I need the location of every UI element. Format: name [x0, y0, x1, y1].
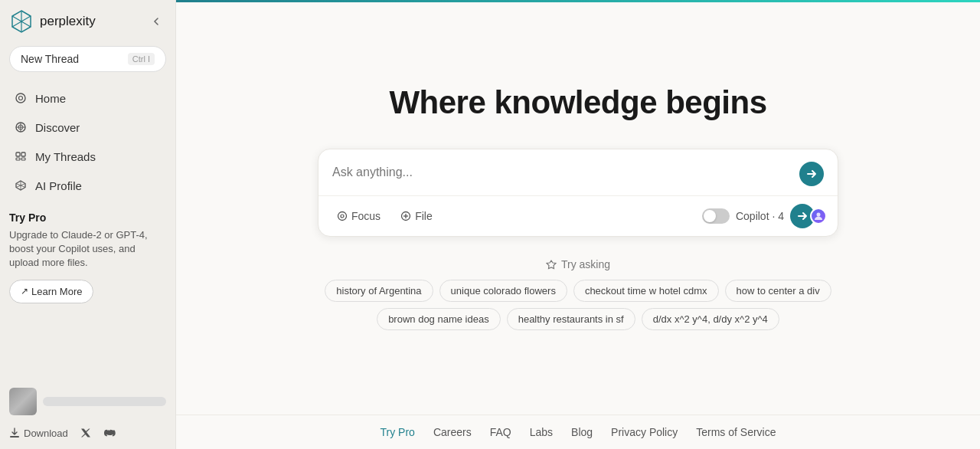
avatar-image [9, 388, 37, 415]
sidebar-item-ai-profile[interactable]: AI Profile [6, 172, 169, 199]
svg-point-0 [16, 93, 25, 103]
search-input-area [318, 149, 838, 195]
svg-rect-8 [16, 158, 20, 160]
svg-rect-10 [10, 436, 19, 438]
footer-try-pro-link[interactable]: Try Pro [381, 426, 415, 438]
svg-point-13 [338, 212, 347, 221]
suggestion-chip-0[interactable]: history of Argentina [325, 280, 433, 302]
svg-rect-7 [21, 152, 25, 156]
suggestion-chip-3[interactable]: how to center a div [725, 280, 831, 302]
footer-terms-link[interactable]: Terms of Service [696, 426, 776, 438]
svg-point-11 [107, 432, 109, 434]
new-thread-label: New Thread [21, 53, 79, 65]
file-icon [400, 211, 411, 221]
sidebar-item-home-label: Home [35, 92, 66, 105]
try-pro-section: Try Pro Upgrade to Claude-2 or GPT-4, bo… [9, 211, 166, 303]
learn-more-label: Learn More [31, 286, 82, 297]
search-input[interactable] [332, 162, 792, 183]
sidebar-item-threads-label: My Threads [35, 150, 96, 163]
ai-profile-icon [14, 179, 28, 192]
try-asking-icon [546, 259, 557, 270]
try-asking-label: Try asking [546, 258, 610, 270]
sidebar-bottom: Download [0, 379, 175, 449]
collapse-icon [150, 15, 162, 28]
focus-label: Focus [351, 210, 381, 222]
main-content-area: Where knowledge begins Focus [176, 0, 980, 449]
twitter-link[interactable] [79, 426, 93, 440]
suggestion-chip-2[interactable]: checkout time w hotel cdmx [573, 280, 719, 302]
suggestion-chip-1[interactable]: unique colorado flowers [439, 280, 567, 302]
suggestion-chips: history of Argentina unique colorado flo… [310, 280, 846, 330]
svg-point-1 [19, 97, 23, 100]
download-icon [9, 428, 20, 438]
user-profile-area[interactable] [9, 388, 166, 415]
sidebar-item-discover-label: Discover [35, 121, 80, 134]
search-box: Focus File Copilot · 4 [318, 149, 838, 237]
copilot-avatar-stack [790, 204, 827, 228]
suggestion-chip-4[interactable]: brown dog name ideas [377, 308, 501, 330]
try-pro-description: Upgrade to Claude-2 or GPT-4, boost your… [9, 228, 166, 270]
main-title: Where knowledge begins [389, 84, 766, 121]
send-icon [805, 168, 818, 180]
username-placeholder [43, 397, 166, 406]
learn-more-button[interactable]: ↗ Learn More [9, 280, 93, 303]
copilot-toggle[interactable] [702, 208, 730, 224]
sidebar-item-home[interactable]: Home [6, 84, 169, 112]
sidebar-item-discover[interactable]: Discover [6, 113, 169, 141]
download-label: Download [24, 428, 68, 439]
footer-privacy-link[interactable]: Privacy Policy [611, 426, 678, 438]
learn-more-arrow-icon: ↗ [21, 286, 28, 297]
logo-icon [9, 9, 34, 34]
copilot-arrow-icon [796, 210, 808, 222]
file-label: File [415, 210, 433, 222]
footer-blog-link[interactable]: Blog [571, 426, 593, 438]
discord-link[interactable] [103, 426, 117, 440]
sidebar-item-threads[interactable]: My Threads [6, 143, 169, 170]
new-thread-shortcut: Ctrl I [128, 53, 155, 65]
download-link[interactable]: Download [9, 428, 68, 439]
logo-text: perplexity [40, 14, 96, 29]
try-asking-section: Try asking history of Argentina unique c… [310, 258, 846, 330]
threads-icon [14, 149, 28, 163]
footer-careers-link[interactable]: Careers [433, 426, 472, 438]
suggestion-chip-6[interactable]: d/dx x^2 y^4, d/dy x^2 y^4 [642, 308, 779, 330]
sidebar-header: perplexity [0, 9, 175, 46]
focus-button[interactable]: Focus [329, 206, 388, 226]
svg-point-18 [817, 213, 821, 217]
file-button[interactable]: File [393, 206, 440, 226]
main-footer: Try Pro Careers FAQ Labs Blog Privacy Po… [176, 415, 980, 449]
svg-point-14 [341, 215, 344, 218]
sidebar-item-ai-profile-label: AI Profile [35, 179, 82, 192]
home-icon [14, 91, 28, 105]
top-accent-bar [176, 0, 980, 2]
copilot-area: Copilot · 4 [702, 204, 827, 228]
search-send-button[interactable] [799, 162, 824, 186]
footer-faq-link[interactable]: FAQ [490, 426, 511, 438]
suggestion-chip-5[interactable]: healthy restaurants in sf [507, 308, 635, 330]
toggle-knob [704, 210, 716, 222]
footer-labs-link[interactable]: Labs [530, 426, 553, 438]
discover-icon [14, 120, 28, 134]
focus-icon [337, 211, 348, 221]
sidebar-footer-links: Download [9, 426, 166, 440]
collapse-sidebar-button[interactable] [146, 11, 166, 31]
svg-point-12 [110, 432, 112, 434]
logo: perplexity [9, 9, 96, 34]
copilot-mini-avatar [810, 208, 827, 224]
sidebar-nav: Home Discover My [0, 84, 175, 199]
new-thread-button[interactable]: New Thread Ctrl I [9, 46, 166, 72]
try-asking-text: Try asking [561, 258, 610, 270]
search-toolbar: Focus File Copilot · 4 [318, 195, 838, 236]
svg-rect-9 [21, 158, 25, 160]
svg-rect-6 [16, 152, 20, 156]
avatar [9, 388, 37, 415]
try-pro-title: Try Pro [9, 211, 166, 224]
hero-section: Where knowledge begins Focus [176, 0, 980, 415]
copilot-label: Copilot · 4 [736, 210, 784, 222]
sidebar: perplexity New Thread Ctrl I Home [0, 0, 176, 449]
